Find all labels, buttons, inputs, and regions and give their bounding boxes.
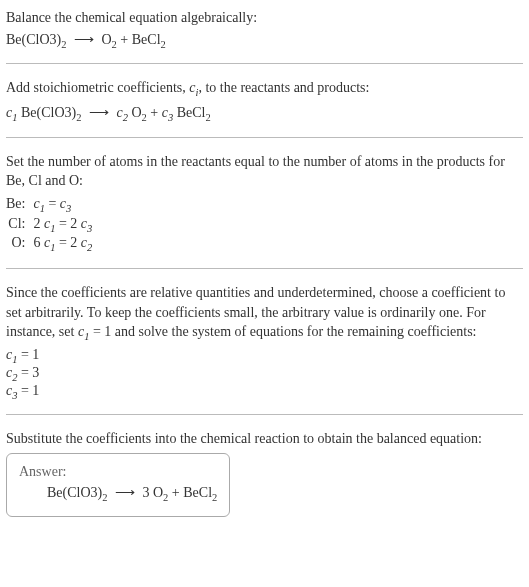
reaction-arrow: ⟶ bbox=[85, 105, 113, 120]
coeff-intro: Add stoichiometric coefficients, ci, to … bbox=[6, 78, 523, 100]
answer-box: Answer: Be(ClO3)2 ⟶ 3 O2 + BeCl2 bbox=[6, 453, 230, 517]
answer-intro: Substitute the coefficients into the che… bbox=[6, 429, 523, 449]
table-row: Be: c1 = c3 bbox=[6, 195, 98, 215]
section-balance-intro: Balance the chemical equation algebraica… bbox=[6, 8, 523, 49]
balance-equation: c1 = c3 bbox=[33, 195, 98, 215]
reaction-arrow: ⟶ bbox=[70, 32, 98, 47]
balanced-equation: Be(ClO3)2 ⟶ 3 O2 + BeCl2 bbox=[19, 484, 217, 503]
table-row: O: 6 c1 = 2 c2 bbox=[6, 234, 98, 254]
element-label: O: bbox=[6, 234, 33, 254]
reactant: Be(ClO3)2 bbox=[47, 485, 107, 500]
section-answer: Substitute the coefficients into the che… bbox=[6, 429, 523, 516]
coeff-equation: c1 Be(ClO3)2 ⟶ c2 O2 + c3 BeCl2 bbox=[6, 104, 523, 123]
element-label: Cl: bbox=[6, 215, 33, 235]
divider bbox=[6, 268, 523, 269]
product-2: BeCl2 bbox=[132, 32, 166, 47]
coeff-value: c3 = 1 bbox=[6, 383, 523, 401]
divider bbox=[6, 414, 523, 415]
unbalanced-equation: Be(ClO3)2 ⟶ O2 + BeCl2 bbox=[6, 31, 523, 50]
intro-text: Balance the chemical equation algebraica… bbox=[6, 8, 523, 28]
product-2: BeCl2 bbox=[183, 485, 217, 500]
reaction-arrow: ⟶ bbox=[111, 485, 139, 500]
coeff-value: c2 = 3 bbox=[6, 365, 523, 383]
solve-intro: Since the coefficients are relative quan… bbox=[6, 283, 523, 345]
answer-label: Answer: bbox=[19, 464, 217, 480]
element-label: Be: bbox=[6, 195, 33, 215]
coeff-value: c1 = 1 bbox=[6, 347, 523, 365]
coefficient-values: c1 = 1 c2 = 3 c3 = 1 bbox=[6, 347, 523, 400]
atom-balance-table: Be: c1 = c3 Cl: 2 c1 = 2 c3 O: 6 c1 = 2 … bbox=[6, 195, 98, 254]
section-atom-equations: Set the number of atoms in the reactants… bbox=[6, 152, 523, 255]
atom-intro: Set the number of atoms in the reactants… bbox=[6, 152, 523, 191]
table-row: Cl: 2 c1 = 2 c3 bbox=[6, 215, 98, 235]
section-solve: Since the coefficients are relative quan… bbox=[6, 283, 523, 400]
balance-equation: 6 c1 = 2 c2 bbox=[33, 234, 98, 254]
section-coefficients: Add stoichiometric coefficients, ci, to … bbox=[6, 78, 523, 122]
product-1: O2 bbox=[101, 32, 116, 47]
product-1: O2 bbox=[153, 485, 168, 500]
divider bbox=[6, 63, 523, 64]
balance-equation: 2 c1 = 2 c3 bbox=[33, 215, 98, 235]
divider bbox=[6, 137, 523, 138]
reactant: Be(ClO3)2 bbox=[6, 32, 66, 47]
